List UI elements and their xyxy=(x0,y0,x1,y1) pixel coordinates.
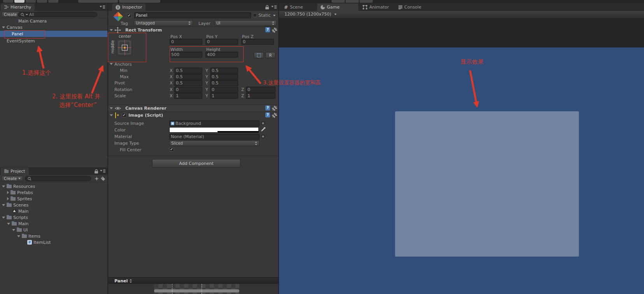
color-swatch[interactable] xyxy=(169,127,259,133)
lock-icon[interactable] xyxy=(95,169,98,173)
tab-scene[interactable]: Scene xyxy=(281,4,307,11)
image-type-dropdown[interactable]: Sliced xyxy=(169,140,260,146)
static-chevron-icon[interactable] xyxy=(273,15,275,16)
pivot-y-input[interactable]: 0.5 xyxy=(210,80,238,86)
search-input[interactable] xyxy=(25,176,91,181)
tab-game[interactable]: Game xyxy=(317,4,358,11)
scale-x-input[interactable]: 1 xyxy=(174,93,202,99)
step-button[interactable] xyxy=(360,0,373,3)
rotation-z-input[interactable]: 0 xyxy=(246,87,275,93)
source-image-object-field[interactable]: Background xyxy=(169,121,260,126)
hierarchy-item-canvas[interactable]: Canvas xyxy=(0,24,107,30)
help-icon[interactable] xyxy=(265,27,270,32)
rotation-x-input[interactable]: 0 xyxy=(174,87,202,93)
panel-menu-icon[interactable] xyxy=(100,5,105,9)
foldout-closed-icon[interactable] xyxy=(7,197,9,200)
foldout-open-icon[interactable] xyxy=(17,235,20,237)
raw-edit-mode-button[interactable]: R xyxy=(265,52,275,58)
gear-icon[interactable] xyxy=(272,106,277,111)
anchors-max-y-input[interactable]: 0.5 xyxy=(210,74,238,80)
tab-project[interactable]: Project xyxy=(1,168,29,175)
project-item-scripts[interactable]: Scripts xyxy=(0,214,107,220)
search-input[interactable]: All xyxy=(18,12,97,17)
anchor-preset-button[interactable] xyxy=(117,39,132,56)
foldout-open-icon[interactable] xyxy=(12,229,15,231)
project-item-scripts-main[interactable]: Main xyxy=(0,220,107,227)
hierarchy-item-panel[interactable]: Panel xyxy=(0,31,107,37)
gameobject-name-input[interactable]: Panel xyxy=(134,12,251,18)
preview-header[interactable]: Panel xyxy=(108,277,278,284)
favorites-icon[interactable] xyxy=(95,177,99,181)
scale-y-input[interactable]: 1 xyxy=(210,93,238,99)
project-item-items[interactable]: Items xyxy=(0,233,107,239)
fill-center-checkbox[interactable] xyxy=(169,147,174,152)
labels-icon[interactable] xyxy=(101,177,105,181)
rotate-tool-button[interactable] xyxy=(26,0,36,3)
active-checkbox[interactable] xyxy=(127,13,132,18)
pos-z-input[interactable]: 0 xyxy=(241,39,274,45)
anchors-max-x-input[interactable]: 0.5 xyxy=(174,74,202,80)
foldout-open-icon[interactable] xyxy=(2,186,5,187)
scale-z-input[interactable]: 1 xyxy=(246,93,275,99)
tab-console[interactable]: Console xyxy=(395,4,425,11)
pivot-local-button[interactable] xyxy=(119,0,160,3)
anchors-min-x-input[interactable]: 0.5 xyxy=(174,68,202,74)
image-component-header[interactable]: Image (Script) xyxy=(108,112,278,119)
hierarchy-item-main-camera[interactable]: Main Camera xyxy=(0,18,107,24)
image-enabled-checkbox[interactable] xyxy=(122,113,126,117)
create-button[interactable]: Create xyxy=(2,176,23,181)
project-item-scenes[interactable]: Scenes xyxy=(0,202,107,208)
lock-icon[interactable] xyxy=(265,5,269,9)
scale-tool-button[interactable] xyxy=(37,0,47,3)
canvas-renderer-header[interactable]: Canvas Renderer xyxy=(108,105,278,112)
static-checkbox[interactable] xyxy=(253,13,257,17)
project-item-itemlist[interactable]: # ItemList xyxy=(0,239,107,245)
tab-inspector[interactable]: Inspector xyxy=(112,4,146,11)
foldout-open-icon[interactable] xyxy=(110,114,113,116)
gear-icon[interactable] xyxy=(272,28,277,33)
rect-tool-button[interactable] xyxy=(48,0,58,3)
object-picker-icon[interactable] xyxy=(261,135,265,138)
rect-transform-header[interactable]: Rect Transform xyxy=(108,26,278,33)
foldout-open-icon[interactable] xyxy=(110,107,113,109)
project-item-main-scene[interactable]: Main xyxy=(0,208,107,214)
pause-button[interactable] xyxy=(346,0,359,3)
eyedropper-icon[interactable] xyxy=(261,127,266,132)
foldout-open-icon[interactable] xyxy=(110,29,113,31)
project-item-sprites[interactable]: Sprites xyxy=(0,196,107,202)
pos-x-input[interactable]: 0 xyxy=(170,39,202,45)
help-icon[interactable] xyxy=(265,105,270,110)
rotation-y-input[interactable]: 0 xyxy=(210,87,238,93)
height-input[interactable]: 400 xyxy=(205,52,238,58)
foldout-open-icon[interactable] xyxy=(7,223,10,225)
hierarchy-item-eventsystem[interactable]: EventSystem xyxy=(0,38,107,44)
gear-icon[interactable] xyxy=(272,113,277,118)
layer-dropdown[interactable]: UI xyxy=(214,20,277,26)
pos-y-input[interactable]: 0 xyxy=(205,39,238,45)
width-input[interactable]: 500 xyxy=(170,52,202,58)
pivot-center-button[interactable] xyxy=(78,0,118,3)
panel-menu-icon[interactable] xyxy=(100,170,105,173)
add-component-button[interactable]: Add Component xyxy=(152,159,240,168)
aspect-dropdown[interactable]: 1200:750 (1200x750) xyxy=(284,12,337,17)
tab-animator[interactable]: Animator xyxy=(359,4,393,11)
help-icon[interactable] xyxy=(265,112,270,117)
anchors-foldout-icon[interactable] xyxy=(110,63,113,65)
tag-dropdown[interactable]: Untagged xyxy=(134,20,193,26)
foldout-open-icon[interactable] xyxy=(2,217,5,219)
foldout-closed-icon[interactable] xyxy=(7,191,9,194)
play-button[interactable] xyxy=(332,0,345,3)
foldout-open-icon[interactable] xyxy=(2,204,5,206)
panel-menu-icon[interactable] xyxy=(271,5,277,9)
project-item-resources[interactable]: Resources xyxy=(0,183,107,189)
material-object-field[interactable]: None (Material) xyxy=(169,134,260,140)
project-item-prefabs[interactable]: Prefabs xyxy=(0,189,107,196)
hand-tool-button[interactable] xyxy=(3,0,13,3)
blueprint-mode-button[interactable] xyxy=(254,52,264,58)
move-tool-button[interactable] xyxy=(14,0,25,3)
object-picker-icon[interactable] xyxy=(261,121,265,125)
project-item-ui[interactable]: UI xyxy=(0,227,107,233)
pivot-x-input[interactable]: 0.5 xyxy=(174,80,202,86)
tab-hierarchy[interactable]: Hierarchy xyxy=(1,4,35,11)
anchors-min-y-input[interactable]: 0.5 xyxy=(210,68,238,74)
